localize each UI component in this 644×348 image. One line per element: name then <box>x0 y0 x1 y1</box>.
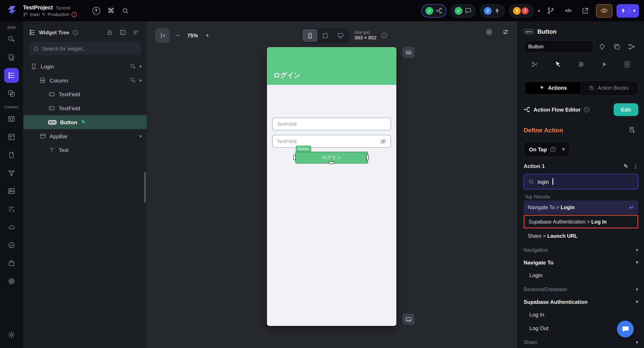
rail-pages-button[interactable] <box>4 50 19 65</box>
chevron-down-icon[interactable]: ▾ <box>139 133 142 139</box>
edit-action-icon[interactable]: ✎ <box>624 163 628 169</box>
style-diamond-icon[interactable] <box>596 40 608 53</box>
textfield-widget-1[interactable]: TextField <box>272 118 391 130</box>
flutterflow-logo[interactable] <box>5 3 19 18</box>
tab-properties-icon[interactable] <box>575 59 587 70</box>
result-row-navigate-login[interactable]: Navigate To > Login ↵ <box>524 200 638 214</box>
device-phone-button[interactable] <box>302 29 318 42</box>
action-search-field[interactable]: login <box>524 174 638 189</box>
widget-name-input[interactable] <box>524 40 594 53</box>
tree-row-textfield-2[interactable]: TextField <box>24 101 146 115</box>
widget-tree-jump-icon[interactable] <box>626 40 638 53</box>
result-row-supabase-login[interactable]: Supabase Authentication > Log In <box>524 215 638 228</box>
tree-row-textfield-1[interactable]: TextField <box>24 87 146 101</box>
tree-row-column[interactable]: Column ▾ <box>24 73 146 87</box>
widget-tree-info-icon[interactable]: i <box>72 30 78 35</box>
chevron-down-icon[interactable]: ▾ <box>636 259 638 265</box>
run-options-chevron-icon[interactable]: ▾ <box>633 8 635 13</box>
section-backend-database[interactable]: Backend/Database ▾ <box>524 283 638 296</box>
rail-branding-button[interactable] <box>4 274 19 289</box>
rail-settings-button[interactable] <box>4 328 19 342</box>
lock-icon[interactable] <box>105 27 114 37</box>
rail-checks-button[interactable] <box>4 238 19 252</box>
environment-name[interactable]: Production <box>48 12 70 17</box>
section-share[interactable]: Share ▾ <box>524 336 638 348</box>
rail-package-button[interactable] <box>4 256 19 271</box>
branch-name[interactable]: main <box>30 12 40 17</box>
resize-handle-left[interactable] <box>293 155 296 160</box>
resize-handle-right[interactable] <box>366 155 369 160</box>
widget-search-input[interactable] <box>42 46 137 51</box>
rail-add-widget-button[interactable] <box>4 32 19 47</box>
bottom-bar-overlay-button[interactable] <box>402 314 415 325</box>
project-checks-button[interactable]: ✓ <box>421 4 446 17</box>
tree-row-login-page[interactable]: Login ▾ <box>24 59 146 73</box>
chevron-down-icon[interactable]: ▾ <box>636 299 638 305</box>
tab-actions-icon[interactable] <box>552 59 564 70</box>
search-button[interactable] <box>122 7 128 14</box>
appbar-widget[interactable]: ログイン <box>267 47 396 85</box>
view-code-button[interactable]: </> <box>562 4 575 17</box>
command-palette-button[interactable]: ⌘ <box>107 6 114 15</box>
add-action-doc-icon[interactable] <box>626 124 638 136</box>
rail-database-button[interactable] <box>4 112 19 126</box>
preview-button[interactable] <box>596 4 613 17</box>
collapse-panel-button[interactable] <box>155 28 170 43</box>
group-navigate-to[interactable]: Navigate To ▾ <box>524 256 638 268</box>
rail-components-button[interactable] <box>4 86 19 101</box>
rail-api-button[interactable] <box>4 220 19 234</box>
keyboard-overlay-button[interactable] <box>402 47 415 58</box>
edit-environment-icon[interactable]: ✎ <box>42 11 46 17</box>
tab-run-icon[interactable] <box>598 59 610 70</box>
rail-media-button[interactable] <box>4 184 19 198</box>
group-supabase-authentication[interactable]: Supabase Authentication ▾ <box>524 296 638 308</box>
trigger-select[interactable]: On Tap i ▾ <box>524 142 570 157</box>
tree-row-appbar[interactable]: AppBar ▾ <box>24 129 146 143</box>
panel-layout-icon[interactable] <box>118 27 128 37</box>
chevron-down-icon[interactable]: ▾ <box>636 340 638 345</box>
add-widget-icon[interactable] <box>130 77 136 83</box>
project-name[interactable]: TestProject <box>23 4 53 10</box>
size-info-icon[interactable]: i <box>382 33 387 38</box>
chevron-down-icon[interactable]: ▾ <box>636 287 638 292</box>
action-flow-info-icon[interactable]: i <box>584 107 589 112</box>
theme-brightness-button[interactable] <box>485 28 493 36</box>
help-button[interactable]: ? <box>92 7 100 15</box>
action-menu-kebab-icon[interactable]: ⋮ <box>633 163 638 169</box>
textfield-widget-2[interactable]: TextField <box>272 135 391 148</box>
tree-scrollbar[interactable] <box>144 172 146 202</box>
rail-widget-tree-button[interactable] <box>4 68 19 83</box>
result-row-share-launch-url[interactable]: Share > Launch URL <box>524 229 638 243</box>
item-login[interactable]: Login <box>524 269 638 282</box>
chevron-down-icon[interactable]: ▾ <box>636 247 638 253</box>
zoom-in-button[interactable]: + <box>203 32 212 39</box>
branching-button[interactable] <box>544 4 558 17</box>
copy-widget-icon[interactable] <box>611 40 623 53</box>
tab-tools-icon[interactable] <box>528 59 541 70</box>
phone-canvas[interactable]: ログイン TextField TextField Button ログイン <box>267 47 396 326</box>
action-blocks-tab[interactable]: Action Blocks <box>581 82 636 94</box>
canvas-settings-button[interactable] <box>502 28 509 36</box>
rail-logs-button[interactable] <box>4 202 19 216</box>
trigger-info-icon[interactable]: i <box>550 147 556 152</box>
tab-docs-icon[interactable] <box>621 59 633 70</box>
zoom-out-button[interactable]: − <box>174 32 182 39</box>
add-widget-icon[interactable] <box>130 64 136 69</box>
tree-options-icon[interactable] <box>131 27 141 37</box>
item-log-in[interactable]: Log In <box>524 308 638 322</box>
chevron-down-icon[interactable]: ▾ <box>139 78 142 83</box>
tree-row-text[interactable]: Text <box>24 143 146 157</box>
support-chat-button[interactable] <box>617 321 634 338</box>
open-app-button[interactable] <box>579 4 592 17</box>
rail-automations-button[interactable] <box>4 166 19 180</box>
rail-files-button[interactable] <box>4 148 19 162</box>
comments-status-button[interactable]: ✓ <box>450 4 476 17</box>
device-desktop-button[interactable] <box>333 29 348 42</box>
edit-action-flow-button[interactable]: Edit <box>614 103 638 116</box>
issues-status-button[interactable]: 3 7 <box>509 4 533 17</box>
device-tablet-button[interactable] <box>318 29 333 42</box>
rail-layout-button[interactable] <box>4 130 19 144</box>
run-button[interactable]: ▾ <box>616 4 639 17</box>
section-navigation[interactable]: Navigation ▾ <box>524 244 638 256</box>
chevron-down-icon[interactable]: ▾ <box>139 64 142 69</box>
